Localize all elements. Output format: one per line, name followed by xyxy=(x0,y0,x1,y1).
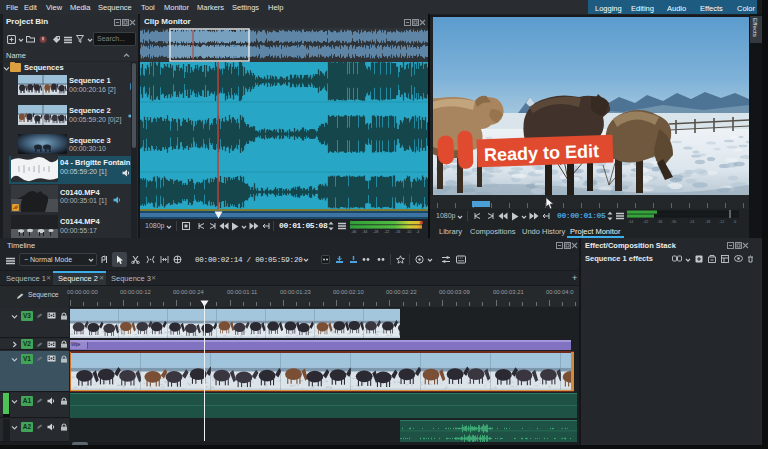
svg-text:-16: -16 xyxy=(395,230,400,234)
svg-text:-46: -46 xyxy=(351,230,356,234)
svg-text:-28: -28 xyxy=(373,230,378,234)
svg-text:-6: -6 xyxy=(733,220,736,224)
svg-text:-54: -54 xyxy=(628,220,633,224)
svg-text:Ready to Edit: Ready to Edit xyxy=(484,141,600,165)
svg-text:-24: -24 xyxy=(689,220,694,224)
svg-text:-30: -30 xyxy=(671,220,676,224)
svg-text:-42: -42 xyxy=(643,220,648,224)
svg-text:Effects: Effects xyxy=(752,18,759,37)
svg-text:-4: -4 xyxy=(416,230,419,234)
svg-text:-22: -22 xyxy=(384,230,389,234)
svg-text:-10: -10 xyxy=(406,230,411,234)
svg-text:-12: -12 xyxy=(719,220,724,224)
svg-text:-34: -34 xyxy=(362,230,367,234)
svg-text:-18: -18 xyxy=(705,220,710,224)
svg-text:-36: -36 xyxy=(657,220,662,224)
